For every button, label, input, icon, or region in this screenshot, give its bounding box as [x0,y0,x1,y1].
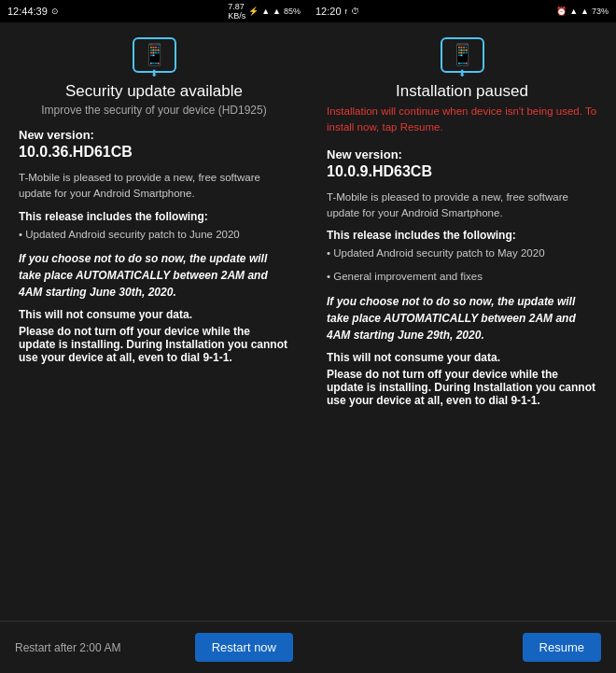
status-bar-right-icons: 7.87KB/s ⚡ ▲ ▲ 85% [228,2,301,21]
clock-icon: ⏱ [351,7,359,16]
title-left: Security update available [19,82,289,101]
battery-text-right: 73% [592,7,609,16]
download-icon-right: ⬇ [458,68,466,78]
status-bar-right-left: 12:20 f ⏱ [315,6,359,17]
bottom-label-left: Restart after 2:00 AM [15,641,120,654]
bullet2-right: • General improvement and fixes [327,269,597,285]
status-bar-right-right: ⏰ ▲ ▲ 73% [556,7,609,16]
description-left: T-Mobile is pleased to provide a new, fr… [19,170,289,203]
fb-icon: f [345,7,347,16]
signal-icon: ▲ [261,7,270,16]
content-left: 📱 ⬇ Security update available Improve th… [0,22,308,621]
status-time-right: 12:20 [315,6,342,17]
title-right: Installation paused [327,82,597,101]
paused-notice: Installation will continue when device i… [327,104,597,136]
download-icon-left: ⬇ [150,68,158,78]
bullet1-left: • Updated Android security patch to June… [19,227,289,243]
status-bar-right: 12:20 f ⏱ ⏰ ▲ ▲ 73% [308,0,616,22]
kb-status: 7.87KB/s [228,2,245,21]
status-bar-left-icons: 12:44:39 ⊙ [7,6,59,17]
resume-button[interactable]: Resume [523,633,601,662]
auto-update-right: If you choose not to do so now, the upda… [327,293,597,344]
version-label-left: New version: [19,128,289,142]
description-right: T-Mobile is pleased to provide a new, fr… [327,189,597,222]
warning-right: Please do not turn off your device while… [327,368,597,407]
content-right: 📱 ⬇ Installation paused Installation wil… [308,22,616,621]
data-notice-right: This will not consume your data. [327,351,597,364]
auto-update-left: If you choose not to do so now, the upda… [19,250,289,301]
version-number-right: 10.0.9.HD63CB [327,163,597,180]
version-number-left: 10.0.36.HD61CB [19,144,289,161]
screen-right: 12:20 f ⏱ ⏰ ▲ ▲ 73% 📱 ⬇ Installation pau… [308,0,616,673]
bottom-bar-right: Resume [308,621,616,673]
includes-header-right: This release includes the following: [327,229,597,242]
status-time-left: 12:44:39 [7,6,48,17]
signal-icon-right: ▲ [569,7,578,16]
data-notice-left: This will not consume your data. [19,308,289,321]
phone-icon-box-right: 📱 ⬇ [441,37,484,73]
phone-icon-box-left: 📱 ⬇ [133,37,176,73]
bullet1-right: • Updated Android security patch to May … [327,245,597,261]
bluetooth-icon: ⚡ [248,7,259,16]
includes-header-left: This release includes the following: [19,210,289,223]
restart-now-button[interactable]: Restart now [195,633,293,662]
subtitle-left: Improve the security of your device (HD1… [19,104,289,117]
bottom-bar-left: Restart after 2:00 AM Restart now [0,621,308,673]
sim-icon: ⊙ [51,7,59,16]
warning-left: Please do not turn off your device while… [19,325,289,364]
alarm-icon: ⏰ [556,7,567,16]
status-bar-left: 12:44:39 ⊙ 7.87KB/s ⚡ ▲ ▲ 85% [0,0,308,22]
battery-text-left: 85% [284,7,301,16]
phone-icon-right: 📱 ⬇ [327,37,597,73]
screen-left: 12:44:39 ⊙ 7.87KB/s ⚡ ▲ ▲ 85% 📱 ⬇ Securi… [0,0,308,673]
wifi-icon-right: ▲ [581,7,589,16]
version-label-right: New version: [327,147,597,161]
phone-icon-left: 📱 ⬇ [19,37,289,73]
wifi-icon: ▲ [273,7,281,16]
